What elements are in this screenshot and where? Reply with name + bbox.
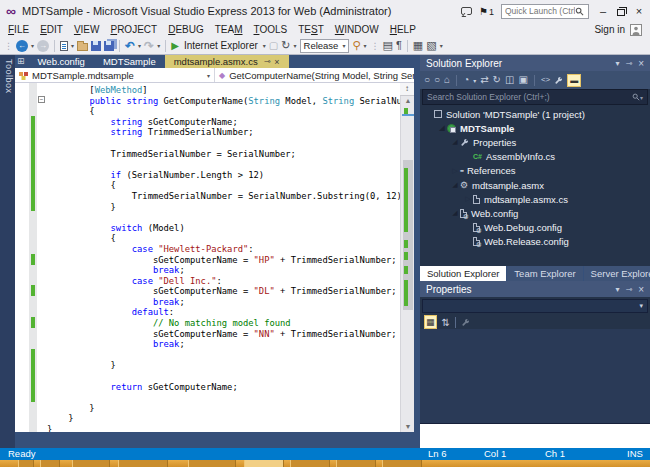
menu-project[interactable]: PROJECT (110, 24, 157, 35)
attach-icon[interactable]: ▢ (269, 40, 278, 51)
tree-item-solution-mdtsample-1-project-[interactable]: Solution 'MDTSample' (1 project) (420, 107, 650, 121)
panel-tab-server-explorer[interactable]: Server Explorer (584, 266, 650, 281)
type-dropdown-arrow[interactable]: ▾ (207, 72, 210, 79)
se-preview-selected-icon[interactable]: ▬ (567, 74, 581, 87)
sort-alphabetical-icon[interactable]: ⇅ (442, 317, 450, 328)
solution-search-box[interactable]: Search Solution Explorer (Ctrl+;) ▾ (422, 89, 648, 105)
save-icon[interactable] (91, 41, 101, 51)
quick-launch-box[interactable] (501, 4, 589, 19)
collapsed-arrow-icon[interactable]: ▷ (463, 195, 473, 203)
toolbar-icon-indent[interactable]: ▤ (382, 40, 392, 51)
taskbar-button[interactable] (188, 460, 236, 467)
expanded-arrow-icon[interactable]: ◢ (450, 181, 460, 189)
tree-item-web-config[interactable]: ◢⚙Web.config (420, 206, 650, 220)
document-well-icon[interactable]: ⊞ (17, 55, 25, 68)
navigate-back-icon[interactable]: ← (16, 40, 28, 52)
property-pages-icon[interactable] (461, 318, 470, 327)
tab-pin-icon[interactable]: ⊸ (264, 57, 271, 66)
se-refresh-icon[interactable]: ↻ (493, 75, 501, 85)
window-options-icon[interactable]: ▾ (615, 285, 619, 294)
code-text[interactable]: [WebMethod] public string GetComputerNam… (47, 85, 400, 432)
taskbar-button[interactable] (118, 460, 168, 467)
menu-test[interactable]: TEST (298, 24, 324, 35)
taskbar-button[interactable] (336, 460, 376, 467)
document-tab-mdtsample[interactable]: MDTSample (94, 55, 165, 68)
code-editor[interactable]: − [WebMethod] public string GetComputerN… (15, 83, 414, 432)
new-file-icon[interactable] (60, 41, 68, 51)
se-view-code-icon[interactable]: <> (541, 76, 550, 84)
menu-help[interactable]: HELP (390, 24, 416, 35)
toolbar-icon-uncomment[interactable]: ▧ (426, 40, 436, 51)
taskbar-button[interactable] (290, 460, 330, 467)
redo-dropdown[interactable]: ▾ (157, 42, 160, 49)
panel-tab-team-explorer[interactable]: Team Explorer (507, 266, 582, 281)
tree-item-mdtsample-asmx-cs[interactable]: ▷mdtsample.asmx.cs (420, 192, 650, 206)
toolbar-icon-whitespace[interactable]: ¶ (396, 40, 402, 51)
toolbar-grip-2[interactable]: ⋮ (370, 41, 378, 51)
solution-explorer-title-bar[interactable]: Solution Explorer ▾ ⊸ × (420, 55, 650, 71)
open-file-icon[interactable] (77, 43, 88, 51)
tab-close-icon[interactable]: × (274, 57, 279, 67)
se-show-all-files-icon[interactable]: ▣ (518, 75, 527, 85)
sign-in-link[interactable]: Sign in (594, 24, 625, 35)
se-sync-icon[interactable]: ◫ (505, 75, 514, 85)
feedback-icon[interactable] (461, 7, 472, 15)
se-pending-changes-icon[interactable]: ◔ (463, 75, 469, 85)
se-switch-views-icon[interactable]: ⇄ (480, 75, 488, 85)
taskbar-button[interactable] (72, 460, 110, 467)
refresh-dropdown[interactable]: ▾ (294, 42, 297, 49)
restore-button[interactable] (617, 9, 625, 16)
tree-item-web-debug-config[interactable]: ⚙Web.Debug.config (420, 221, 650, 235)
se-properties-icon[interactable] (554, 76, 563, 85)
undo-dropdown[interactable]: ▾ (138, 42, 141, 49)
properties-title-bar[interactable]: Properties ▾ ⊸ × (420, 281, 650, 297)
taskbar-button[interactable] (18, 460, 34, 467)
pin-icon[interactable]: ⊸ (625, 285, 632, 294)
menu-window[interactable]: WINDOW (335, 24, 379, 35)
expanded-arrow-icon[interactable]: ◢ (437, 124, 447, 132)
taskbar-button[interactable] (40, 460, 60, 467)
member-dropdown[interactable]: ◆ GetComputerName(String Model, String S… (214, 68, 414, 82)
toolbar-icon-comment[interactable]: ▦ (413, 40, 423, 51)
sign-in-avatar-icon[interactable] (630, 24, 642, 36)
tree-item-web-release-config[interactable]: ⚙Web.Release.config (420, 235, 650, 249)
refresh-icon[interactable]: ↻ (281, 40, 290, 51)
outline-collapse-icon[interactable]: − (38, 96, 45, 103)
menu-tools[interactable]: TOOLS (254, 24, 288, 35)
toolbar-overflow-dropdown[interactable]: ▾ (363, 42, 366, 49)
menu-file[interactable]: FILE (8, 24, 29, 35)
search-options-dropdown[interactable]: ▾ (640, 94, 643, 101)
document-tab-mdtsample-asmx-cs[interactable]: mdtsample.asmx.cs⊸× (165, 55, 289, 68)
navigate-back-dropdown[interactable]: ▾ (31, 42, 34, 49)
undo-icon[interactable]: ↶ (125, 40, 135, 52)
minimize-button[interactable]: – (596, 4, 610, 18)
find-icon[interactable]: ⚲ (352, 40, 360, 51)
quick-launch-input[interactable] (505, 6, 575, 16)
start-debugging-icon[interactable]: ▶ (171, 40, 179, 51)
window-options-icon[interactable]: ▾ (615, 59, 619, 68)
taskbar-button[interactable] (382, 460, 422, 467)
windows-taskbar[interactable] (0, 460, 650, 467)
navigate-forward-icon[interactable]: → (37, 40, 49, 52)
pin-icon[interactable]: ⊸ (625, 59, 632, 68)
toolbar-grip[interactable]: ⋮ (4, 41, 12, 51)
close-button[interactable]: × (632, 4, 646, 18)
se-home-icon[interactable]: ⌂ (444, 75, 450, 85)
run-target-label[interactable]: Internet Explorer (184, 40, 258, 51)
redo-icon[interactable]: ↷ (144, 40, 154, 52)
menu-view[interactable]: VIEW (74, 24, 100, 35)
expanded-arrow-icon[interactable]: ◢ (450, 138, 460, 146)
menu-edit[interactable]: EDIT (40, 24, 63, 35)
notifications-flag-icon[interactable]: ⚑1 (479, 6, 494, 17)
tree-item-properties[interactable]: ◢Properties (420, 135, 650, 149)
toolbar-overflow-dropdown-2[interactable]: ▾ (440, 42, 443, 49)
expanded-arrow-icon[interactable]: ◢ (450, 209, 460, 217)
se-back-icon[interactable]: ○ (424, 75, 430, 85)
properties-grid[interactable] (420, 329, 650, 423)
save-all-icon[interactable] (104, 41, 114, 51)
menu-debug[interactable]: DEBUG (168, 24, 204, 35)
tree-item-mdtsample[interactable]: ◢MDTSample (420, 121, 650, 135)
close-panel-icon[interactable]: × (638, 58, 644, 69)
tree-item-mdtsample-asmx[interactable]: ◢⚙mdtsample.asmx (420, 178, 650, 192)
toolbox-tab[interactable]: Toolbox (1, 59, 14, 94)
